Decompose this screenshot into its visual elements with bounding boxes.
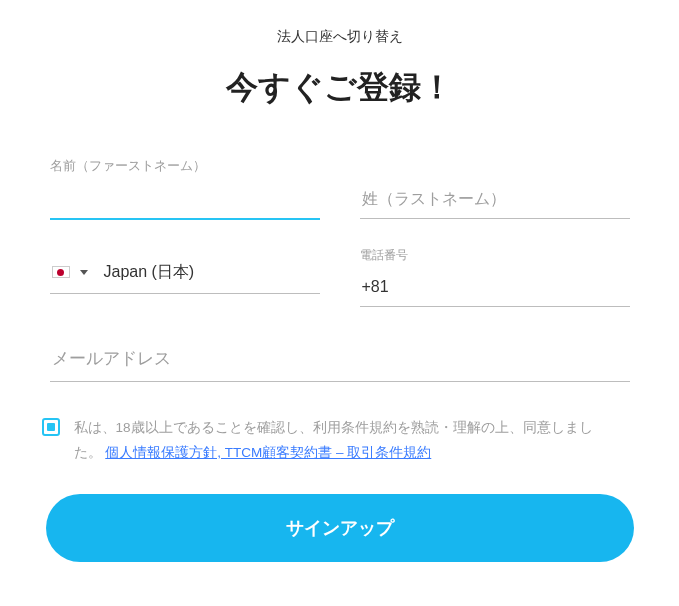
page-title: 今すぐご登録！ <box>40 66 640 110</box>
country-selector[interactable]: Japan (日本) <box>50 248 320 294</box>
chevron-down-icon <box>80 270 88 275</box>
checkbox-checked-icon <box>47 423 55 431</box>
first-name-field: 名前（ファーストネーム） <box>50 158 320 220</box>
last-name-field <box>360 158 630 220</box>
phone-field: 電話番号 <box>360 248 630 307</box>
first-name-input[interactable] <box>50 184 320 220</box>
switch-account-link[interactable]: 法人口座へ切り替え <box>40 28 640 46</box>
email-input[interactable] <box>50 335 630 382</box>
last-name-spacer <box>360 158 630 174</box>
japan-flag-icon <box>52 266 70 278</box>
consent-checkbox[interactable] <box>42 418 60 436</box>
phone-label: 電話番号 <box>360 248 630 262</box>
signup-form: 法人口座へ切り替え 今すぐご登録！ 名前（ファーストネーム） Japan (日本… <box>40 0 640 606</box>
consent-text: 私は、18歳以上であることを確認し、利用条件規約を熟読・理解の上、同意しました。… <box>74 416 614 466</box>
last-name-input[interactable] <box>360 184 630 219</box>
signup-button[interactable]: サインアップ <box>46 494 634 562</box>
first-name-label: 名前（ファーストネーム） <box>50 158 320 174</box>
consent-row: 私は、18歳以上であることを確認し、利用条件規約を熟読・理解の上、同意しました。… <box>40 410 640 466</box>
email-field <box>50 335 630 382</box>
phone-input[interactable] <box>360 272 630 307</box>
privacy-terms-link[interactable]: 個人情報保護方針, TTCM顧客契約書 – 取引条件規約 <box>105 445 431 460</box>
country-field-wrap: Japan (日本) <box>50 248 320 307</box>
country-name-label: Japan (日本) <box>98 262 195 283</box>
